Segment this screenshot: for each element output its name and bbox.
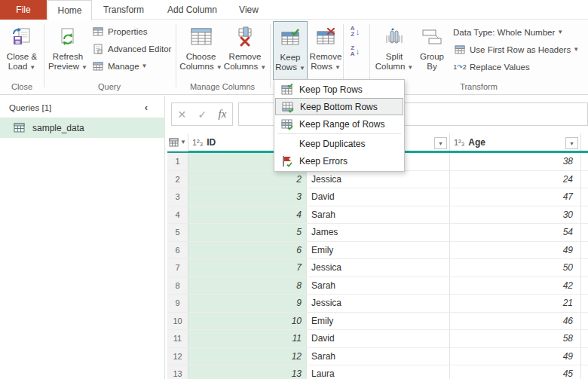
- menu-item-keep-range-of-rows[interactable]: Keep Range of Rows: [275, 115, 403, 133]
- dropdown-caret-icon: ▼: [335, 64, 341, 71]
- cell-age[interactable]: 47: [450, 188, 581, 206]
- cell-age[interactable]: 42: [450, 277, 581, 295]
- cell-name[interactable]: James: [307, 224, 450, 241]
- cell-partial: [581, 224, 588, 241]
- cell-age[interactable]: 54: [450, 224, 581, 241]
- cell-id[interactable]: 13: [188, 365, 307, 379]
- cell-id[interactable]: 4: [188, 206, 307, 224]
- menu-item-keep-bottom-rows[interactable]: Keep Bottom Rows: [275, 98, 403, 115]
- keep-rows-label-1: Keep: [280, 53, 301, 63]
- cell-age[interactable]: 30: [450, 206, 581, 224]
- cell-name[interactable]: Sarah: [307, 206, 450, 224]
- cell-name[interactable]: Emily: [307, 242, 450, 259]
- cell-name[interactable]: Sarah: [307, 277, 450, 295]
- row-number[interactable]: 12: [167, 348, 188, 365]
- dropdown-caret-icon: ▼: [142, 63, 148, 69]
- cell-age[interactable]: 46: [450, 313, 581, 330]
- row-number[interactable]: 10: [167, 313, 188, 330]
- keep-rows-button[interactable]: Keep Rows▼: [273, 21, 308, 80]
- tab-home[interactable]: Home: [47, 0, 92, 20]
- row-number[interactable]: 1: [167, 153, 188, 170]
- row-number[interactable]: 13: [167, 365, 188, 379]
- row-number[interactable]: 9: [167, 295, 188, 312]
- dropdown-caret-icon: ▼: [407, 64, 413, 71]
- tab-view[interactable]: View: [231, 0, 267, 20]
- cell-id[interactable]: 9: [188, 295, 307, 312]
- tab-file[interactable]: File: [0, 0, 47, 20]
- cell-name[interactable]: David: [307, 188, 450, 206]
- close-and-load-label-1: Close &: [7, 52, 37, 62]
- column-header-id-label: ID: [207, 137, 216, 148]
- menu-item-keep-top-rows[interactable]: Keep Top Rows: [275, 81, 403, 98]
- choose-columns-button[interactable]: Choose Columns▼: [179, 21, 222, 80]
- commit-formula-icon[interactable]: ✓: [198, 109, 207, 121]
- manage-button[interactable]: Manage ▼: [91, 58, 147, 74]
- cell-name[interactable]: Emily: [307, 313, 450, 330]
- queries-pane: Queries [1] ‹ sample_data: [0, 96, 165, 379]
- tab-add-column[interactable]: Add Column: [158, 0, 226, 20]
- group-by-button[interactable]: Group By: [415, 21, 449, 80]
- properties-button[interactable]: Properties: [91, 23, 147, 39]
- cell-name[interactable]: Jessica: [307, 171, 450, 188]
- cell-age[interactable]: 45: [450, 365, 581, 379]
- use-first-row-label: Use First Row as Headers: [470, 45, 571, 54]
- fx-icon[interactable]: fx: [219, 108, 227, 121]
- cell-age[interactable]: 58: [450, 330, 581, 347]
- cell-id[interactable]: 12: [188, 348, 307, 365]
- keep-rows-label-2: Rows▼: [275, 63, 305, 73]
- dropdown-caret-icon: ▼: [573, 46, 579, 53]
- cell-id[interactable]: 10: [188, 313, 307, 330]
- data-type-button[interactable]: Data Type: Whole Number ▼: [453, 24, 563, 40]
- advanced-editor-button[interactable]: Advanced Editor: [91, 41, 171, 57]
- row-number[interactable]: 8: [167, 277, 188, 295]
- table-row: 9 9 Jessica 21: [167, 295, 588, 313]
- split-column-button[interactable]: Split Column▼: [374, 21, 415, 80]
- cell-name[interactable]: Sarah: [307, 348, 450, 365]
- cell-age[interactable]: 21: [450, 295, 581, 312]
- collapse-pane-icon[interactable]: ‹: [145, 102, 148, 113]
- cell-id[interactable]: 7: [188, 259, 307, 277]
- tab-transform[interactable]: Transform: [95, 0, 152, 20]
- row-number[interactable]: 6: [167, 242, 188, 259]
- row-number[interactable]: 3: [167, 188, 188, 206]
- cell-id[interactable]: 2: [188, 171, 307, 188]
- cell-id[interactable]: 8: [188, 277, 307, 295]
- cancel-formula-icon[interactable]: ✕: [178, 109, 187, 121]
- cell-name[interactable]: Jessica: [307, 259, 450, 277]
- column-header-age[interactable]: 1²₃ Age ▼: [450, 133, 581, 151]
- cell-name[interactable]: Jessica: [307, 295, 450, 312]
- sort-arrow-icon: ↓: [356, 47, 360, 56]
- cell-id[interactable]: 5: [188, 224, 307, 241]
- cell-id[interactable]: 6: [188, 242, 307, 259]
- use-first-row-button[interactable]: Use First Row as Headers ▼: [453, 41, 579, 57]
- cell-id[interactable]: 11: [188, 330, 307, 347]
- refresh-preview-button[interactable]: Refresh Preview▼: [47, 21, 89, 80]
- tab-home-label: Home: [57, 5, 81, 16]
- row-number[interactable]: 5: [167, 224, 188, 241]
- sort-descending-button[interactable]: ZA↓: [345, 42, 365, 60]
- row-number[interactable]: 7: [167, 259, 188, 277]
- cell-name[interactable]: David: [307, 330, 450, 347]
- menu-item-keep-duplicates[interactable]: Keep Duplicates: [275, 135, 403, 152]
- select-all-corner[interactable]: ▼: [167, 133, 188, 151]
- remove-rows-button[interactable]: Remove Rows▼: [308, 21, 343, 80]
- row-number[interactable]: 4: [167, 206, 188, 224]
- cell-age[interactable]: 49: [450, 242, 581, 259]
- sort-ascending-button[interactable]: AZ↓: [345, 23, 365, 41]
- cell-id[interactable]: 3: [188, 188, 307, 206]
- cell-partial: [581, 188, 588, 206]
- replace-values-button[interactable]: 1↷2 Replace Values: [453, 59, 530, 75]
- row-number[interactable]: 2: [167, 171, 188, 188]
- close-and-load-button[interactable]: Close & Load▼: [2, 21, 41, 80]
- cell-age[interactable]: 38: [450, 153, 581, 170]
- query-item-sample-data[interactable]: sample_data: [0, 118, 165, 138]
- cell-age[interactable]: 49: [450, 348, 581, 365]
- cell-age[interactable]: 24: [450, 171, 581, 188]
- remove-columns-button[interactable]: Remove Columns▼: [223, 21, 267, 80]
- cell-age[interactable]: 50: [450, 259, 581, 277]
- menu-item-keep-errors[interactable]: Keep Errors: [275, 152, 403, 170]
- cell-name[interactable]: Laura: [307, 365, 450, 379]
- filter-button[interactable]: ▼: [434, 137, 447, 149]
- filter-button[interactable]: ▼: [565, 137, 578, 149]
- row-number[interactable]: 11: [167, 330, 188, 347]
